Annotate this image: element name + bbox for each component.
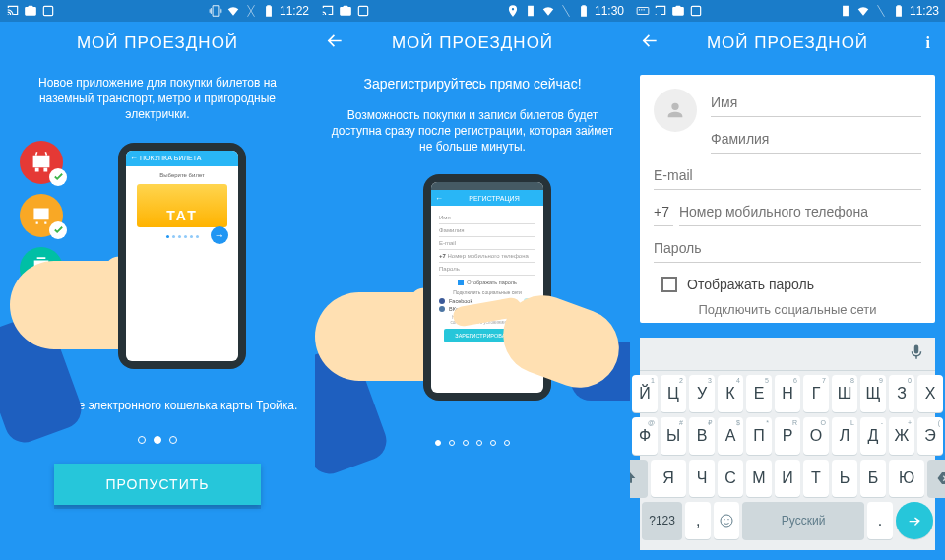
camera-icon xyxy=(24,4,37,18)
key-Ш[interactable]: Ш8 xyxy=(832,375,857,412)
key-Я[interactable]: Я xyxy=(651,460,686,497)
battery-icon xyxy=(577,4,591,18)
status-bar: 11:22 xyxy=(0,0,315,22)
key-Ь[interactable]: Ь xyxy=(832,460,857,497)
password-input[interactable] xyxy=(654,234,921,263)
wifi-icon xyxy=(856,4,870,18)
wifi-icon xyxy=(226,4,240,18)
key-Л[interactable]: ЛL xyxy=(832,417,857,455)
onboarding-screen-2: 11:30 МОЙ ПРОЕЗДНОЙ Зарегистрируйтесь пр… xyxy=(315,0,630,560)
no-sim-icon xyxy=(874,4,888,18)
phone-prefix: +7 xyxy=(654,198,673,226)
mic-icon[interactable] xyxy=(908,343,925,365)
info-button[interactable]: i xyxy=(926,34,931,52)
phone-input[interactable] xyxy=(679,198,921,226)
status-bar: 11:23 xyxy=(630,0,945,22)
key-Г[interactable]: Г7 xyxy=(803,375,829,412)
svg-point-7 xyxy=(721,515,732,527)
registration-form: +7 Отображать пароль Подключить социальн… xyxy=(640,75,935,323)
key-space[interactable]: Русский xyxy=(742,502,864,539)
svg-rect-3 xyxy=(639,9,640,10)
no-sim-icon xyxy=(244,4,258,18)
key-Е[interactable]: Е5 xyxy=(746,375,772,412)
app-icon xyxy=(41,4,55,18)
onboarding-illustration: РЕГИСТРАЦИЯ Имя Фамилия E-mail +7 Номер … xyxy=(327,164,618,420)
key-И[interactable]: И xyxy=(775,460,800,497)
battery-icon xyxy=(892,4,906,18)
key-Р[interactable]: РR xyxy=(775,417,800,455)
key-Ы[interactable]: Ы# xyxy=(661,417,686,455)
key-В[interactable]: В₽ xyxy=(689,417,715,455)
key-Ч[interactable]: Ч xyxy=(689,460,715,497)
status-time: 11:30 xyxy=(595,4,624,18)
cast-icon xyxy=(6,4,20,18)
hand-illustration xyxy=(354,233,433,410)
key-Д[interactable]: Д- xyxy=(860,417,886,455)
camera-icon xyxy=(671,4,685,18)
svg-rect-1 xyxy=(358,6,367,15)
key-Ц[interactable]: Ц2 xyxy=(661,375,686,412)
first-name-input[interactable] xyxy=(711,89,921,117)
svg-point-9 xyxy=(728,519,729,520)
camera-icon xyxy=(339,4,352,18)
status-time: 11:23 xyxy=(910,4,939,18)
onboarding-description: Возможность покупки и записи билетов буд… xyxy=(327,107,618,156)
show-password-checkbox[interactable]: Отображать пароль xyxy=(662,277,921,292)
app-title: МОЙ ПРОЕЗДНОЙ xyxy=(707,33,868,53)
key-Х[interactable]: Х xyxy=(917,375,943,412)
email-input[interactable] xyxy=(654,161,921,190)
key-backspace[interactable] xyxy=(927,460,945,497)
avatar-placeholder[interactable] xyxy=(654,89,697,132)
key-М[interactable]: М xyxy=(746,460,772,497)
vibrate-icon xyxy=(524,4,537,18)
key-shift[interactable] xyxy=(630,460,648,497)
key-Ф[interactable]: Ф@ xyxy=(632,417,658,455)
key-Б[interactable]: Б xyxy=(860,460,886,497)
svg-point-8 xyxy=(724,519,725,520)
key-period[interactable]: . xyxy=(867,502,893,539)
key-З[interactable]: З0 xyxy=(889,375,914,412)
svg-rect-5 xyxy=(644,9,645,10)
key-К[interactable]: К4 xyxy=(718,375,743,412)
connect-socials-link[interactable]: Подключить социальные сети xyxy=(654,302,921,317)
back-button[interactable] xyxy=(640,31,660,56)
pager-dots[interactable] xyxy=(138,436,177,444)
location-icon xyxy=(506,4,520,18)
key-О[interactable]: ОO xyxy=(803,417,829,455)
key-Й[interactable]: Й1 xyxy=(632,375,658,412)
key-Ю[interactable]: Ю xyxy=(889,460,924,497)
key-Щ[interactable]: Щ9 xyxy=(860,375,886,412)
svg-rect-4 xyxy=(641,9,642,10)
cast-icon xyxy=(654,4,667,18)
key-emoji[interactable] xyxy=(714,502,739,539)
key-Н[interactable]: Н6 xyxy=(775,375,800,412)
skip-button[interactable]: ПРОПУСТИТЬ xyxy=(54,464,261,505)
status-bar: 11:30 xyxy=(315,0,630,22)
battery-icon xyxy=(262,4,276,18)
no-sim-icon xyxy=(559,4,573,18)
key-А[interactable]: А$ xyxy=(718,417,743,455)
key-С[interactable]: С xyxy=(718,460,743,497)
key-go[interactable] xyxy=(896,502,933,539)
keyboard-indicator-icon xyxy=(636,4,650,18)
key-Т[interactable]: Т xyxy=(803,460,829,497)
key-Ж[interactable]: Ж+ xyxy=(889,417,914,455)
back-button[interactable] xyxy=(325,31,345,56)
svg-rect-0 xyxy=(43,6,52,15)
onboarding-illustration: ПОКУПКА БИЛЕТА Выберите билет ТАТ → xyxy=(12,133,303,389)
hand-illustration xyxy=(49,202,128,379)
pager-dots[interactable] xyxy=(435,440,510,446)
transport-trolleybus-icon xyxy=(20,141,63,184)
app-icon xyxy=(689,4,703,18)
onboarding-screen-1: 11:22 МОЙ ПРОЕЗДНОЙ Новое приложение для… xyxy=(0,0,315,560)
key-comma[interactable]: , xyxy=(685,502,711,539)
onboarding-subtitle: Зарегистрируйтесь прямо сейчас! xyxy=(363,75,581,93)
cast-icon xyxy=(321,4,335,18)
last-name-input[interactable] xyxy=(711,125,921,154)
key-П[interactable]: П* xyxy=(746,417,772,455)
key-У[interactable]: У3 xyxy=(689,375,715,412)
key-mode-switch[interactable]: ?123 xyxy=(642,502,682,539)
status-time: 11:22 xyxy=(280,4,309,18)
app-icon xyxy=(356,4,370,18)
key-Э[interactable]: Э( xyxy=(917,417,943,455)
